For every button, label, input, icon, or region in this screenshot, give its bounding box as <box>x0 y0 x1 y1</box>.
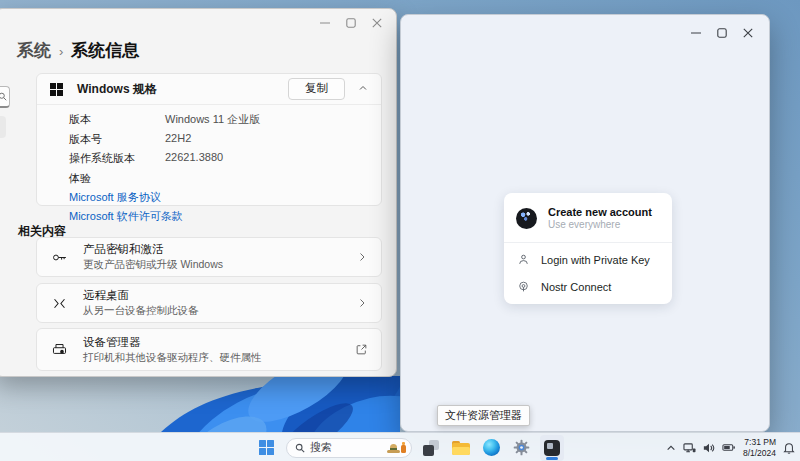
wallpaper-bloom <box>106 376 400 432</box>
chevron-right-icon <box>356 297 368 309</box>
windows-spec-card: Windows 规格 复制 版本 Windows 11 企业版 版本号 22H2… <box>36 73 382 206</box>
edge-button[interactable] <box>480 437 502 459</box>
active-app-indicator <box>546 457 558 460</box>
software-license-link[interactable]: Microsoft 软件许可条款 <box>69 209 371 224</box>
settings-nav-selected-stub[interactable] <box>0 116 6 138</box>
taskbar: 搜索 <box>0 432 800 461</box>
minimize-icon[interactable] <box>312 15 338 31</box>
folder-icon <box>452 441 470 455</box>
breadcrumb-section[interactable]: 系统 <box>17 39 51 62</box>
clock-time: 7:31 PM <box>743 437 776 448</box>
gear-icon <box>513 439 530 456</box>
spec-row-version-number: 版本号 22H2 <box>69 132 371 147</box>
key-icon <box>50 249 68 266</box>
remote-desktop-icon <box>50 295 68 312</box>
related-item-device-manager[interactable]: 设备管理器 打印机和其他设备驱动程序、硬件属性 <box>36 328 382 371</box>
windows-logo-icon <box>50 83 63 96</box>
spec-row-experience: 体验 <box>69 171 371 186</box>
windows-start-icon <box>259 440 275 456</box>
spec-row-version: 版本 Windows 11 企业版 <box>69 112 371 127</box>
breadcrumb: 系统 › 系统信息 <box>17 39 139 62</box>
device-manager-icon <box>50 341 68 358</box>
divider <box>504 242 672 243</box>
related-item-remote-desktop[interactable]: 远程桌面 从另一台设备控制此设备 <box>36 283 382 323</box>
start-button[interactable] <box>256 437 278 459</box>
notifications-bell-icon[interactable] <box>783 441 795 454</box>
login-private-key-item[interactable]: Login with Private Key <box>504 246 672 273</box>
close-icon[interactable] <box>364 15 390 31</box>
settings-search-input[interactable] <box>0 86 10 108</box>
clock-date: 8/1/2024 <box>743 448 776 459</box>
chevron-right-icon <box>356 251 368 263</box>
search-icon <box>295 443 305 453</box>
taskbar-search-input[interactable]: 搜索 <box>286 438 412 458</box>
maximize-icon[interactable] <box>709 25 735 41</box>
desktop: 系统 › 系统信息 Windows 规格 复制 版本 Windows 11 企业… <box>0 0 800 461</box>
tray-clock[interactable]: 7:31 PM 8/1/2024 <box>743 437 776 458</box>
close-icon[interactable] <box>735 25 761 41</box>
tray-chevron-up-icon[interactable] <box>666 443 676 453</box>
edge-icon <box>483 439 500 456</box>
search-placeholder: 搜索 <box>310 440 332 455</box>
nostr-app-icon <box>544 440 560 456</box>
active-app-button[interactable] <box>540 435 564 461</box>
nostr-connect-item[interactable]: Nostr Connect <box>504 273 672 300</box>
maximize-icon[interactable] <box>338 15 364 31</box>
page-title: 系统信息 <box>71 39 139 62</box>
person-icon <box>516 253 531 266</box>
copy-button[interactable]: 复制 <box>288 78 345 100</box>
related-item-activation[interactable]: 产品密钥和激活 更改产品密钥或升级 Windows <box>36 237 382 277</box>
network-icon[interactable] <box>683 442 696 454</box>
file-explorer-button[interactable] <box>450 437 472 459</box>
settings-window: 系统 › 系统信息 Windows 规格 复制 版本 Windows 11 企业… <box>0 8 397 377</box>
task-view-button[interactable] <box>420 437 442 459</box>
volume-icon[interactable] <box>703 442 715 454</box>
chevron-up-icon[interactable] <box>357 80 369 98</box>
create-account-item[interactable]: Create new account Use everywhere <box>504 197 672 239</box>
spec-card-title: Windows 规格 <box>77 81 157 98</box>
battery-icon[interactable] <box>722 442 736 453</box>
taskbar-tooltip: 文件资源管理器 <box>437 405 530 426</box>
nostr-connect-icon <box>516 280 531 293</box>
breadcrumb-separator-icon: › <box>59 44 63 59</box>
search-icon <box>0 92 7 101</box>
login-window: Create new account Use everywhere Login … <box>400 14 770 432</box>
minimize-icon[interactable] <box>683 25 709 41</box>
task-view-icon <box>423 440 439 456</box>
services-agreement-link[interactable]: Microsoft 服务协议 <box>69 190 371 205</box>
avatar <box>516 208 537 229</box>
external-link-icon <box>355 343 368 356</box>
search-highlight-icon <box>387 442 406 453</box>
login-menu: Create new account Use everywhere Login … <box>504 193 672 304</box>
spec-row-os-build: 操作系统版本 22621.3880 <box>69 151 371 166</box>
settings-button[interactable] <box>510 437 532 459</box>
